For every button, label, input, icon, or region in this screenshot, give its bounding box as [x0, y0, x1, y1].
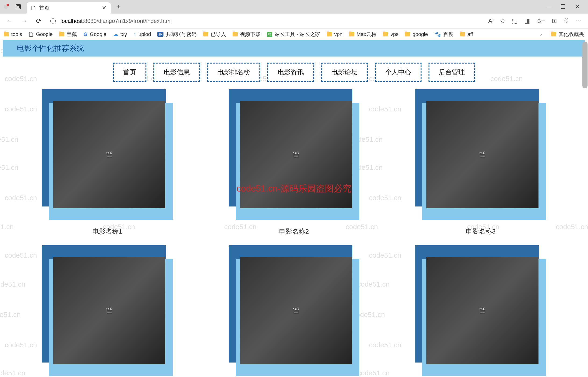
folder-icon — [383, 32, 388, 36]
bookmark-baidu[interactable]: 🐾百度 — [435, 31, 453, 38]
movie-card[interactable]: 🎬 电影名称3 — [397, 89, 565, 236]
nav-forum[interactable]: 电影论坛 — [321, 63, 368, 82]
poster-image: 🎬 — [240, 257, 352, 364]
google-icon: G — [83, 31, 87, 37]
poster-wrap: 🎬 — [415, 89, 546, 220]
tab-strip: 首页 ✕ + ─ ❐ ✕ — [0, 0, 588, 13]
poster-image: 🎬 — [427, 257, 539, 364]
tab-close-icon[interactable]: ✕ — [102, 5, 106, 11]
nav-admin[interactable]: 后台管理 — [428, 63, 475, 82]
bookmark-vpn[interactable]: vpn — [327, 31, 342, 37]
movie-grid: 🎬 电影名称1 🎬 电影名称2 🎬 电影名称3 🎬 — [0, 89, 588, 377]
tab-title: 首页 — [39, 4, 97, 12]
movie-card[interactable]: 🎬 — [210, 245, 378, 377]
minimize-button[interactable]: ─ — [547, 3, 551, 10]
new-tab-button[interactable]: + — [116, 3, 120, 11]
bookmark-aff[interactable]: aff — [460, 31, 473, 37]
1p-icon: 1P — [157, 32, 163, 37]
movie-title: 电影名称2 — [279, 227, 309, 236]
extensions-icon[interactable]: ⬚ — [512, 17, 518, 24]
svg-rect-0 — [16, 4, 21, 9]
bookmark-other[interactable]: 其他收藏夹 — [551, 31, 584, 38]
maximize-button[interactable]: ❐ — [560, 3, 565, 10]
svg-rect-1 — [17, 6, 20, 8]
movie-card[interactable]: 🎬 电影名称1 — [23, 89, 191, 236]
nav-movie-info[interactable]: 电影信息 — [153, 63, 200, 82]
read-aloud-icon[interactable]: A⁾ — [488, 17, 493, 24]
poster-wrap: 🎬 — [229, 89, 359, 220]
collections-icon[interactable]: ⊞ — [552, 17, 557, 24]
folder-icon — [203, 32, 208, 36]
poster-image: 🎬 — [53, 257, 165, 364]
heart-icon[interactable]: ♡ — [564, 17, 569, 24]
movie-card[interactable]: 🎬 — [397, 245, 565, 377]
split-icon[interactable]: ◨ — [524, 17, 530, 24]
zz-icon: 站 — [267, 32, 272, 37]
cloud-icon: ☁ — [113, 31, 118, 37]
address-icons: A⁾ ✩ ⬚ ◨ ✩≡ ⊞ ♡ ⋯ — [488, 17, 581, 24]
page-icon — [28, 32, 34, 37]
browser-chrome: 首页 ✕ + ─ ❐ ✕ ← → ⟳ ⓘ localhost:8080/djan… — [0, 0, 588, 40]
movie-card[interactable]: 🎬 电影名称2 — [210, 89, 378, 236]
bookmarks-overflow-icon[interactable]: › — [540, 32, 542, 37]
bookmark-imported[interactable]: 已导入 — [203, 31, 226, 38]
menu-icon[interactable]: ⋯ — [575, 17, 581, 24]
page-icon — [31, 5, 36, 11]
poster-wrap: 🎬 — [415, 245, 546, 376]
scrollbar-thumb[interactable] — [582, 42, 588, 88]
folder-icon — [233, 32, 238, 36]
movie-title: 电影名称3 — [466, 227, 496, 236]
nav-home[interactable]: 首页 — [113, 63, 146, 82]
poster-wrap: 🎬 — [42, 89, 173, 220]
browser-tab[interactable]: 首页 ✕ — [27, 2, 111, 13]
nav-menu: 首页 电影信息 电影排名榜 电影资讯 电影论坛 个人中心 后台管理 — [0, 57, 588, 89]
nav-personal[interactable]: 个人中心 — [375, 63, 422, 82]
folder-icon — [405, 32, 410, 36]
favorites-icon[interactable]: ✩≡ — [537, 17, 545, 24]
bookmark-vps[interactable]: vps — [383, 31, 398, 37]
bookmark-max[interactable]: Max云梯 — [349, 31, 377, 38]
bookmark-google[interactable]: GGoogle — [83, 31, 106, 37]
bookmark-baozang[interactable]: 宝藏 — [59, 31, 77, 38]
profile-icon[interactable] — [4, 5, 8, 9]
movie-card[interactable]: 🎬 — [23, 245, 191, 377]
bookmark-google-folder[interactable]: google — [405, 31, 428, 37]
url-host: localhost — [60, 18, 83, 24]
page-content: 电影个性化推荐系统 首页 电影信息 电影排名榜 电影资讯 电影论坛 个人中心 后… — [0, 40, 588, 377]
bookmark-google-page[interactable]: Google — [28, 31, 53, 37]
page-title: 电影个性化推荐系统 — [17, 43, 84, 54]
poster-wrap: 🎬 — [42, 245, 173, 376]
upload-icon: ↑ — [134, 31, 136, 37]
folder-icon — [551, 32, 556, 36]
folder-icon — [59, 32, 64, 36]
bookmarks-bar: tools Google 宝藏 GGoogle ☁txy ↑uplod 1P共享… — [0, 28, 588, 40]
nav-ranking[interactable]: 电影排名榜 — [207, 63, 260, 82]
bookmark-tools[interactable]: tools — [4, 31, 22, 37]
poster-image: 🎬 — [427, 101, 539, 208]
baidu-icon: 🐾 — [435, 31, 441, 37]
nav-news[interactable]: 电影资讯 — [267, 63, 314, 82]
bookmark-zhanzhang[interactable]: 站站长工具 - 站长之家 — [267, 31, 320, 38]
poster-image: 🎬 — [53, 101, 165, 208]
window-controls: ─ ❐ ✕ — [547, 3, 586, 10]
workspaces-icon[interactable] — [13, 1, 24, 12]
close-button[interactable]: ✕ — [575, 3, 580, 10]
bookmark-video[interactable]: 视频下载 — [233, 31, 261, 38]
forward-button[interactable]: → — [19, 16, 30, 26]
back-button[interactable]: ← — [4, 16, 15, 26]
site-info-icon[interactable]: ⓘ — [50, 17, 56, 25]
bookmark-shared[interactable]: 1P共享账号密码 — [157, 31, 196, 38]
bookmark-txy[interactable]: ☁txy — [113, 31, 127, 37]
folder-icon — [349, 32, 354, 36]
watermark-center: code51.cn-源码乐园盗图必究 — [237, 183, 351, 195]
poster-wrap: 🎬 — [229, 245, 359, 376]
url-input[interactable]: localhost:8080/django7m1x9/front/index.h… — [59, 16, 488, 26]
folder-icon — [4, 32, 9, 36]
movie-title: 电影名称1 — [92, 227, 122, 236]
bookmark-uplod[interactable]: ↑uplod — [134, 31, 151, 37]
star-icon[interactable]: ✩ — [500, 17, 505, 24]
folder-icon — [327, 32, 332, 36]
refresh-button[interactable]: ⟳ — [34, 16, 44, 26]
address-bar: ← → ⟳ ⓘ localhost:8080/django7m1x9/front… — [0, 13, 588, 28]
url-path: :8080/django7m1x9/front/index.html — [83, 18, 172, 24]
